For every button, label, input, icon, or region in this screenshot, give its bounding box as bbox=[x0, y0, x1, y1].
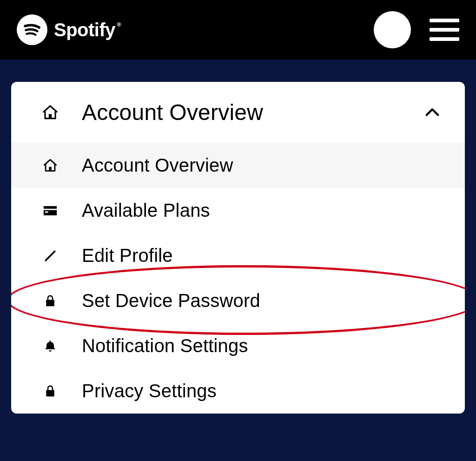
menu-item-set-device-password[interactable]: Set Device Password bbox=[11, 278, 465, 323]
spotify-logo-icon bbox=[17, 14, 47, 45]
menu-icon[interactable] bbox=[430, 19, 459, 41]
menu-item-account-overview[interactable]: Account Overview bbox=[11, 143, 465, 188]
svg-rect-3 bbox=[44, 206, 57, 209]
menu-item-label: Set Device Password bbox=[82, 290, 443, 311]
svg-rect-6 bbox=[46, 300, 54, 306]
avatar[interactable] bbox=[374, 11, 411, 48]
account-menu-panel: Account Overview Account Overview bbox=[11, 82, 465, 414]
home-icon bbox=[41, 104, 60, 121]
menu-item-edit-profile[interactable]: Edit Profile bbox=[11, 233, 465, 278]
home-icon bbox=[41, 158, 60, 174]
svg-rect-5 bbox=[45, 211, 48, 213]
svg-rect-2 bbox=[49, 167, 52, 171]
menu-section-label: Account Overview bbox=[82, 100, 400, 125]
lock-icon bbox=[41, 294, 60, 308]
pencil-icon bbox=[41, 248, 60, 263]
menu-item-label: Privacy Settings bbox=[82, 381, 443, 401]
brand[interactable]: Spotify bbox=[17, 14, 115, 45]
app-header: Spotify bbox=[0, 0, 476, 60]
menu-item-label: Notification Settings bbox=[82, 335, 443, 356]
chevron-up-icon bbox=[422, 103, 443, 122]
bell-icon bbox=[41, 339, 60, 354]
credit-card-icon bbox=[41, 203, 60, 219]
menu-item-available-plans[interactable]: Available Plans bbox=[11, 188, 465, 233]
menu-item-privacy-settings[interactable]: Privacy Settings bbox=[11, 368, 465, 414]
header-right bbox=[374, 11, 459, 48]
brand-name: Spotify bbox=[54, 20, 115, 40]
menu-item-notification-settings[interactable]: Notification Settings bbox=[11, 323, 465, 368]
svg-rect-7 bbox=[46, 390, 54, 396]
menu-section-account-overview[interactable]: Account Overview bbox=[11, 82, 465, 143]
lock-icon bbox=[41, 384, 60, 398]
menu-item-label: Available Plans bbox=[82, 200, 443, 221]
svg-rect-1 bbox=[49, 114, 52, 119]
menu-item-label: Account Overview bbox=[82, 155, 443, 176]
menu-item-label: Edit Profile bbox=[82, 245, 443, 266]
